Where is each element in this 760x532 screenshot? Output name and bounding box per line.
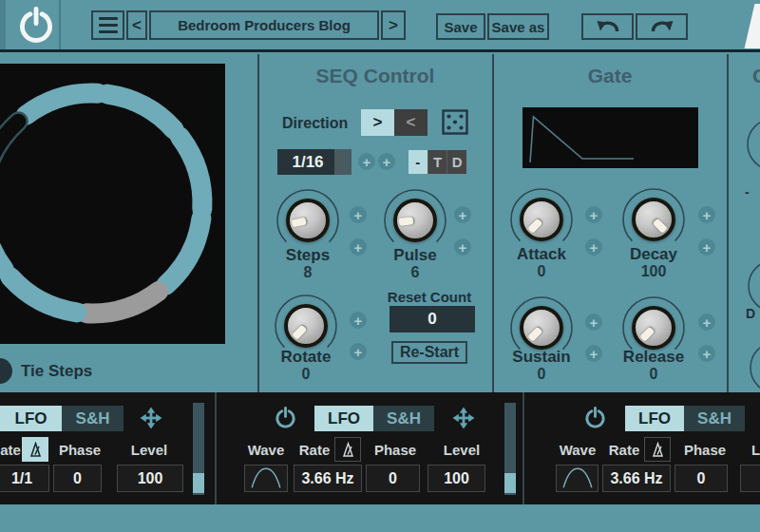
mode-normal[interactable]: - xyxy=(408,150,428,174)
sustain-increment-button[interactable]: + xyxy=(585,314,602,331)
lfo2-rate-box[interactable]: 3.66 Hz xyxy=(294,465,362,492)
step-ring[interactable] xyxy=(0,64,225,344)
prev-preset-button[interactable]: < xyxy=(126,10,147,40)
chevron-right-icon: > xyxy=(389,16,398,35)
lfo2-wave-box[interactable] xyxy=(244,465,288,492)
lfo1-level-box[interactable]: 100 xyxy=(117,465,183,492)
seq-control-title: SEQ Control xyxy=(280,65,470,87)
lfo1-rate-box[interactable]: 1/1 xyxy=(0,465,49,492)
steps-increment-button[interactable]: + xyxy=(350,206,367,223)
chevron-left-icon: < xyxy=(132,16,142,35)
lfo1-phase-box[interactable]: 0 xyxy=(53,465,102,492)
seq-rate-drag-handle[interactable] xyxy=(334,149,352,175)
save-as-button[interactable]: Save as xyxy=(487,13,549,40)
lfo3-power-button[interactable] xyxy=(584,407,606,430)
lfo2-slider[interactable] xyxy=(504,403,516,495)
attack-label: Attack xyxy=(494,245,589,264)
lfo1-sync-toggle[interactable] xyxy=(22,437,48,462)
top-toolbar: < Bedroom Producers Blog > Save Save as xyxy=(0,0,760,52)
sine-wave-icon xyxy=(247,467,285,490)
reset-count-box[interactable]: 0 xyxy=(390,306,475,332)
dice-icon xyxy=(442,109,468,135)
lfo3-wave-box[interactable] xyxy=(556,465,598,492)
reset-count-label: Reset Count xyxy=(382,289,477,305)
panel-divider xyxy=(257,54,259,392)
next-preset-button[interactable]: > xyxy=(381,10,406,40)
lfo1-tab-lfo[interactable]: LFO xyxy=(0,406,62,431)
lfo3-tab-sh[interactable]: S&H xyxy=(684,406,745,431)
release-value: 0 xyxy=(606,366,701,383)
toolbar-divider xyxy=(59,0,61,49)
rate-increment-button[interactable]: + xyxy=(358,153,375,170)
power-icon xyxy=(17,7,55,47)
step-segment-6[interactable] xyxy=(0,198,4,270)
step-segment-2[interactable] xyxy=(180,137,202,209)
lfo2-phase-label: Phase xyxy=(370,442,420,458)
lfo1-tab-sh[interactable]: S&H xyxy=(62,406,124,431)
mode-triplet[interactable]: T xyxy=(428,150,447,174)
lfo2-move-handle[interactable] xyxy=(452,407,475,429)
lfo1-move-handle[interactable] xyxy=(140,407,162,429)
tie-steps-toggle[interactable] xyxy=(0,358,12,384)
undo-button[interactable] xyxy=(581,13,634,40)
lfo2-sync-toggle[interactable] xyxy=(334,437,361,462)
step-segment-3[interactable] xyxy=(166,218,201,285)
metronome-icon xyxy=(28,442,43,458)
release-label: Release xyxy=(606,348,701,367)
power-icon xyxy=(275,407,296,430)
lfo2-tab-sh[interactable]: S&H xyxy=(373,406,434,431)
step-segment-5[interactable] xyxy=(10,277,77,313)
right-panel-d-label: D xyxy=(746,306,755,321)
preset-name-box[interactable]: Bedroom Producers Blog xyxy=(149,10,379,40)
gate-envelope-display xyxy=(522,107,698,168)
lfo2-wave-label: Wave xyxy=(239,442,293,458)
decay-knob[interactable] xyxy=(620,186,687,253)
redo-button[interactable] xyxy=(636,13,688,40)
lfo1-slider-thumb[interactable] xyxy=(193,473,204,493)
lfo3-sync-toggle[interactable] xyxy=(644,437,671,462)
lfo2-power-button[interactable] xyxy=(275,407,296,430)
lfo3-level-box[interactable] xyxy=(740,465,760,492)
step-segment-1[interactable] xyxy=(107,94,174,129)
step-segment-4[interactable] xyxy=(86,292,159,314)
decay-value: 100 xyxy=(606,263,701,280)
plus-icon: + xyxy=(363,155,371,169)
metronome-icon xyxy=(341,442,355,458)
mode-dotted[interactable]: D xyxy=(446,150,466,174)
lfo2-slider-thumb[interactable] xyxy=(504,473,516,493)
rotate-increment-button[interactable]: + xyxy=(350,312,367,329)
randomize-button[interactable] xyxy=(442,109,468,135)
save-button[interactable]: Save xyxy=(436,13,485,40)
lfo3-phase-box[interactable]: 0 xyxy=(674,465,728,492)
chevron-right-icon: > xyxy=(373,113,383,132)
power-button[interactable] xyxy=(17,7,55,47)
pulse-increment-button[interactable]: + xyxy=(454,206,471,223)
lfo3-tab-lfo[interactable]: LFO xyxy=(625,406,684,431)
move-icon xyxy=(140,407,162,429)
pulse-knob[interactable] xyxy=(382,187,448,254)
lfo1-phase-label: Phase xyxy=(55,442,104,458)
lfo1-slider[interactable] xyxy=(193,403,204,495)
move-icon xyxy=(452,407,475,429)
lfo2-tab-lfo[interactable]: LFO xyxy=(314,406,373,431)
rate-increment-button[interactable]: + xyxy=(378,153,395,170)
lfo2-level-box[interactable]: 100 xyxy=(428,465,485,492)
tie-steps-label: Tie Steps xyxy=(21,362,92,381)
release-increment-button[interactable]: + xyxy=(698,314,715,331)
attack-value: 0 xyxy=(494,263,589,280)
lfo2-phase-box[interactable]: 0 xyxy=(366,465,420,492)
restart-button[interactable]: Re-Start xyxy=(391,341,467,364)
direction-backward-button[interactable]: < xyxy=(394,109,428,136)
step-segment-0[interactable] xyxy=(26,93,98,115)
lfo3-rate-box[interactable]: 3.66 Hz xyxy=(602,465,671,492)
lfo3-rate-label: Rate xyxy=(604,442,644,458)
lfo3-level-label: Level xyxy=(751,442,760,458)
decay-increment-button[interactable]: + xyxy=(698,206,715,223)
seq-rate-box[interactable]: 1/16 xyxy=(277,149,352,175)
direction-forward-button[interactable]: > xyxy=(361,109,394,136)
knob-indicator xyxy=(391,197,440,245)
menu-button[interactable] xyxy=(91,10,124,40)
steps-knob[interactable] xyxy=(275,187,341,254)
attack-knob[interactable] xyxy=(508,186,575,253)
attack-increment-button[interactable]: + xyxy=(585,206,602,223)
